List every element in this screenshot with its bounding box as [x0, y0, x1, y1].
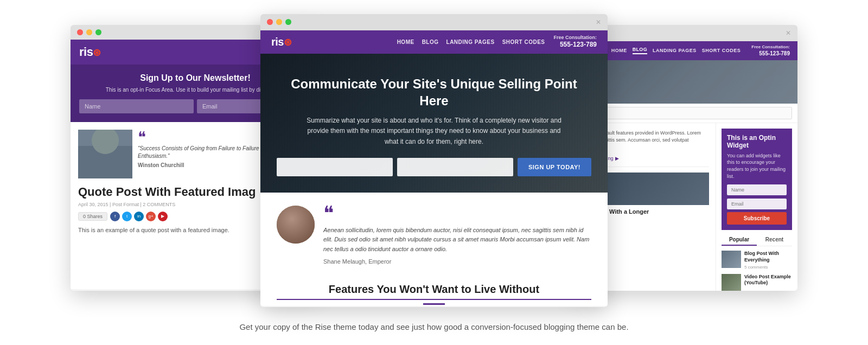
right-close-btn[interactable]: ✕	[786, 29, 791, 37]
social-icons-row: f t in g+ ▶	[110, 212, 168, 221]
center-rise-header: ris⊛ HOME BLOG LANDING PAGES SHORT CODES…	[260, 30, 608, 54]
center-nav: HOME BLOG LANDING PAGES SHORT CODES	[397, 39, 545, 45]
sidebar-post-1-meta: 5 comments	[744, 265, 792, 270]
right-nav-short[interactable]: SHORT CODES	[702, 48, 741, 53]
center-quote-body: Aenean sollicitudin, lorem quis bibendum…	[323, 226, 591, 254]
left-quote-image	[78, 130, 132, 178]
center-consultation: Free Consultation: 555-123-789	[553, 35, 597, 49]
dot-red-left	[77, 29, 83, 35]
optin-name-input[interactable]	[727, 184, 787, 195]
dot-red-center	[267, 19, 273, 25]
tab-recent[interactable]: Recent	[757, 234, 792, 246]
nav-home[interactable]: HOME	[397, 39, 414, 45]
sidebar-post-2-thumb	[722, 274, 741, 291]
newsletter-name-input[interactable]	[79, 99, 194, 113]
center-browser-window: ✕ ris⊛ HOME BLOG LANDING PAGES SHORT COD…	[260, 14, 608, 307]
hero-signup-button[interactable]: SIGN UP TODAY!	[518, 158, 591, 176]
nav-landing[interactable]: LANDING PAGES	[446, 39, 495, 45]
center-quote-section: ❝ Aenean sollicitudin, lorem quis bibend…	[260, 193, 608, 278]
center-quote-text: ❝ Aenean sollicitudin, lorem quis bibend…	[323, 206, 591, 265]
shares-badge: 0 Shares	[78, 212, 107, 221]
center-content: ris⊛ HOME BLOG LANDING PAGES SHORT CODES…	[260, 30, 608, 306]
sidebar-post-2-info: Video Post Example (YouTube)	[744, 274, 792, 288]
center-close-btn[interactable]: ✕	[596, 18, 601, 26]
center-consultation-label: Free Consultation:	[553, 35, 597, 41]
sidebar-post-1: Blog Post With Everything 5 comments	[722, 251, 792, 269]
right-sidebar: This is an Optin Widget You can add widg…	[716, 123, 797, 291]
hero-email-input[interactable]	[397, 158, 513, 176]
hero-title: Communicate Your Site's Unique Selling P…	[277, 75, 591, 109]
sidebar-post-1-title[interactable]: Blog Post With Everything	[744, 251, 792, 263]
dot-green-center	[285, 19, 291, 25]
right-consultation-number: 555-123-789	[751, 50, 790, 57]
center-quote-author: Shane Melaugh, Emperor	[323, 258, 591, 265]
optin-subscribe-button[interactable]: Subscribe	[727, 212, 787, 225]
sidebar-post-2: Video Post Example (YouTube)	[722, 274, 792, 291]
screenshots-container: ris⊛ Sign Up to Our Newsletter! This is …	[54, 14, 814, 318]
dot-green-left	[95, 29, 101, 35]
optin-title: This is an Optin Widget	[727, 134, 787, 149]
social-icon-5[interactable]: ▶	[158, 212, 168, 221]
features-divider	[423, 303, 445, 305]
right-consultation: Free Consultation: 555-123-789	[751, 44, 790, 57]
nav-short[interactable]: SHORT CODES	[502, 39, 545, 45]
center-hero: Communicate Your Site's Unique Selling P…	[260, 54, 608, 193]
caption: Get your copy of the Rise theme today an…	[228, 322, 639, 331]
right-nav: HOME BLOG LANDING PAGES SHORT CODES	[611, 47, 741, 54]
right-nav-landing[interactable]: LANDING PAGES	[653, 48, 697, 53]
sidebar-post-1-info: Blog Post With Everything 5 comments	[744, 251, 792, 269]
right-search-input[interactable]	[575, 107, 792, 119]
hero-form: SIGN UP TODAY!	[277, 158, 591, 176]
sidebar-post-2-title[interactable]: Video Post Example (YouTube)	[744, 274, 792, 286]
social-icon-4[interactable]: g+	[146, 212, 156, 221]
optin-widget: This is an Optin Widget You can add widg…	[722, 129, 792, 230]
center-features-title: Features You Won't Want to Live Without	[277, 278, 591, 300]
right-consultation-label: Free Consultation:	[751, 44, 790, 50]
social-icon-1[interactable]: f	[110, 212, 120, 221]
nav-blog[interactable]: BLOG	[422, 39, 439, 45]
hero-subtitle: Summarize what your site is about and wh…	[304, 116, 564, 147]
optin-description: You can add widgets like this to encoura…	[727, 152, 787, 180]
center-rise-logo: ris⊛	[271, 36, 291, 48]
sidebar-post-1-thumb	[722, 251, 741, 268]
center-features-section: Features You Won't Want to Live Without	[260, 278, 608, 305]
optin-email-input[interactable]	[727, 199, 787, 209]
dot-yellow-center	[276, 19, 282, 25]
center-titlebar: ✕	[260, 14, 608, 30]
social-icon-3[interactable]: in	[134, 212, 144, 221]
right-nav-blog[interactable]: BLOG	[633, 47, 647, 54]
left-rise-logo: ris⊛	[79, 45, 101, 59]
dot-yellow-left	[86, 29, 92, 35]
hero-name-input[interactable]	[277, 158, 393, 176]
social-icon-2[interactable]: t	[122, 212, 132, 221]
sidebar-tabs: Popular Recent	[722, 234, 792, 246]
continue-reading-arrow: ▶	[615, 156, 619, 161]
right-nav-home[interactable]: HOME	[611, 48, 627, 53]
center-consultation-number: 555-123-789	[553, 41, 597, 49]
center-big-quote-mark: ❝	[323, 206, 591, 221]
tab-popular[interactable]: Popular	[722, 234, 757, 246]
center-quote-avatar	[277, 206, 315, 244]
